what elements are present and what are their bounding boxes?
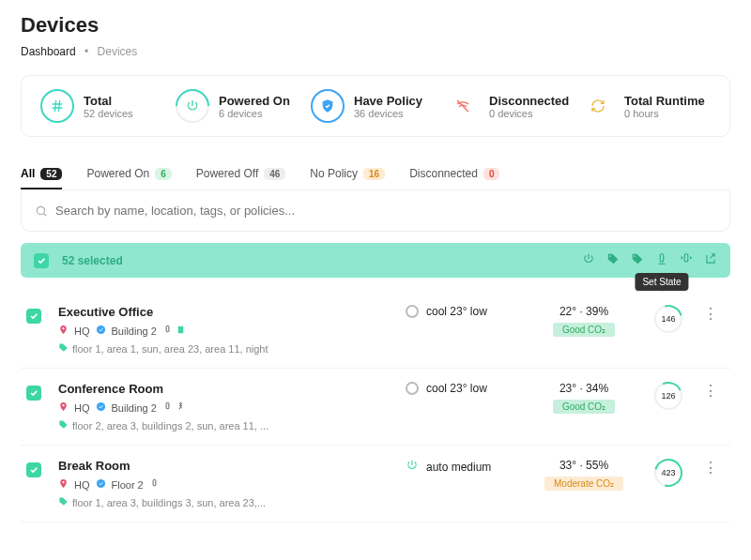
selection-count: 52 selected xyxy=(62,254,123,267)
stats-card: Total 52 devices Powered On 6 devices Ha… xyxy=(21,75,730,137)
tab-nop-label: No Policy xyxy=(310,167,358,180)
more-icon: ⋮ xyxy=(703,383,718,399)
breadcrumb-sep: • xyxy=(84,45,88,58)
tag-icon xyxy=(58,419,69,431)
stat-runtime-label: Total Runtime xyxy=(624,94,705,108)
breadcrumb-root[interactable]: Dashboard xyxy=(21,45,76,58)
svg-point-5 xyxy=(62,327,64,329)
stat-total-label: Total xyxy=(84,94,133,108)
pin-icon xyxy=(58,478,69,491)
filter-tabs: All 52 Powered On 6 Powered Off 46 No Po… xyxy=(21,159,730,190)
env-reading: 33° · 55% xyxy=(528,459,640,472)
device-name[interactable]: Break Room xyxy=(58,459,406,473)
mode-text: auto medium xyxy=(426,461,491,474)
tab-disc-count: 0 xyxy=(483,168,500,180)
device-loc1: HQ xyxy=(74,402,90,414)
bulk-remote-icon[interactable] xyxy=(680,252,693,268)
hours-header: (hours) xyxy=(21,281,665,292)
tab-on-count: 6 xyxy=(155,168,172,180)
breadcrumb: Dashboard • Devices xyxy=(21,45,730,58)
row-checkbox[interactable] xyxy=(26,386,41,401)
bulk-actions: Set State xyxy=(582,252,717,268)
bulk-tag-remove-icon[interactable] xyxy=(631,252,644,268)
select-all-checkbox[interactable] xyxy=(34,253,49,268)
stat-powered-on: Powered On 6 devices xyxy=(176,89,305,123)
device-extra-icons xyxy=(162,325,186,337)
device-mode[interactable]: cool 23° low xyxy=(406,305,528,318)
row-menu[interactable]: ⋮ xyxy=(697,305,725,323)
search-icon xyxy=(35,204,48,218)
device-row: Executive OfficeHQBuilding 2 floor 1, ar… xyxy=(21,292,730,369)
stat-total: Total 52 devices xyxy=(40,89,170,123)
bulk-set-state-icon[interactable]: Set State xyxy=(655,252,668,268)
svg-point-13 xyxy=(62,481,64,483)
device-extra-icons xyxy=(162,401,186,414)
tab-all[interactable]: All 52 xyxy=(21,159,62,189)
stat-runtime: Total Runtime 0 hours xyxy=(581,89,711,123)
power-icon xyxy=(176,89,209,123)
device-env: 23° · 34%Good CO₂ xyxy=(528,382,640,414)
power-off-indicator xyxy=(406,382,419,395)
device-env: 33° · 55%Moderate CO₂ xyxy=(528,459,640,491)
stat-policy-value: 36 devices xyxy=(354,108,422,119)
device-mode[interactable]: auto medium xyxy=(406,459,528,475)
svg-point-0 xyxy=(37,206,44,214)
stat-disconnected: Disconnected 0 devices xyxy=(446,89,575,123)
stat-discon-label: Disconnected xyxy=(489,94,569,108)
tag-icon xyxy=(58,342,69,355)
device-meta: HQBuilding 2 xyxy=(58,325,406,337)
tab-powered-on[interactable]: Powered On 6 xyxy=(86,159,171,189)
device-name[interactable]: Executive Office xyxy=(58,305,406,319)
bulk-power-icon[interactable] xyxy=(582,252,595,268)
svg-point-9 xyxy=(62,404,64,406)
tab-powered-off[interactable]: Powered Off 46 xyxy=(196,159,286,189)
tooltip-set-state: Set State xyxy=(635,273,688,291)
device-mode[interactable]: cool 23° low xyxy=(406,382,528,395)
runtime-ring: 126 xyxy=(654,382,682,410)
row-checkbox[interactable] xyxy=(26,462,41,477)
device-loc2: Building 2 xyxy=(112,325,157,337)
svg-rect-15 xyxy=(153,479,156,485)
tab-off-label: Powered Off xyxy=(196,167,258,180)
stat-on-value: 6 devices xyxy=(219,108,290,119)
page-title: Devices xyxy=(21,13,730,38)
selection-bar: 52 selected Set State xyxy=(21,243,730,278)
search-input[interactable] xyxy=(55,204,716,218)
device-loc1: HQ xyxy=(74,479,90,491)
tab-disc-label: Disconnected xyxy=(409,167,478,180)
runtime-ring: 423 xyxy=(654,459,682,487)
stat-runtime-value: 0 hours xyxy=(624,108,705,119)
tab-all-count: 52 xyxy=(40,168,62,180)
stat-discon-value: 0 devices xyxy=(489,108,569,119)
svg-rect-7 xyxy=(166,325,169,331)
device-meta: HQFloor 2 xyxy=(58,478,406,491)
env-reading: 22° · 39% xyxy=(528,305,640,318)
row-menu[interactable]: ⋮ xyxy=(697,459,725,477)
row-checkbox[interactable] xyxy=(26,309,41,324)
pin-icon xyxy=(58,325,69,337)
stat-total-value: 52 devices xyxy=(84,108,133,119)
device-loc1: HQ xyxy=(74,325,90,337)
hash-icon xyxy=(40,89,74,123)
svg-rect-4 xyxy=(684,254,688,262)
tab-nop-count: 16 xyxy=(363,168,385,180)
row-menu[interactable]: ⋮ xyxy=(697,382,725,400)
bulk-tag-add-icon[interactable] xyxy=(606,252,620,268)
device-meta: HQBuilding 2 xyxy=(58,401,406,414)
svg-rect-3 xyxy=(660,254,664,262)
stat-policy: Have Policy 36 devices xyxy=(311,89,440,123)
bulk-export-icon[interactable] xyxy=(704,252,717,268)
tab-no-policy[interactable]: No Policy 16 xyxy=(310,159,385,189)
device-list: Executive OfficeHQBuilding 2 floor 1, ar… xyxy=(21,292,730,522)
device-runtime: 126 xyxy=(640,382,697,410)
runtime-ring: 146 xyxy=(654,305,682,333)
search-bar[interactable] xyxy=(21,190,730,232)
more-icon: ⋮ xyxy=(703,306,718,322)
tab-on-label: Powered On xyxy=(86,167,149,180)
power-on-icon xyxy=(406,459,419,475)
tab-disconnected[interactable]: Disconnected 0 xyxy=(409,159,499,189)
svg-point-14 xyxy=(96,479,104,488)
svg-rect-11 xyxy=(166,402,169,408)
device-name[interactable]: Conference Room xyxy=(58,382,406,396)
tab-off-count: 46 xyxy=(264,168,285,180)
